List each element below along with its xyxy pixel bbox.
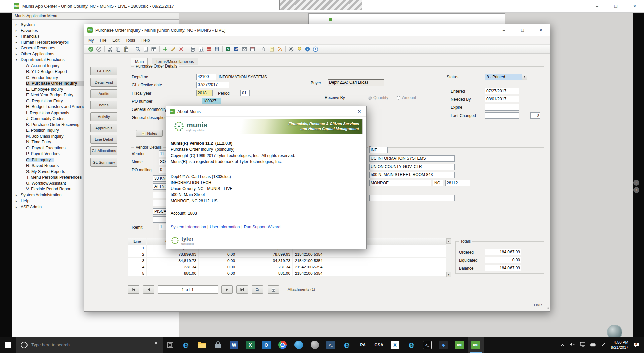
taskbar-word-icon[interactable]: W [226, 337, 242, 353]
help-icon[interactable]: ? [312, 46, 319, 53]
fiscal-year-field[interactable]: 2018 [196, 90, 213, 96]
entered-field[interactable]: 07/27/2017 [485, 88, 519, 94]
taskbar-csa-app-icon[interactable]: CSA [371, 337, 387, 353]
nav-output-button[interactable] [268, 285, 279, 294]
status-dropdown[interactable]: 8 - Printed▾ [485, 74, 527, 80]
system-information-link[interactable]: System Information [171, 225, 206, 229]
about-close-button[interactable]: ✕ [354, 108, 364, 115]
feed-icon[interactable] [276, 46, 283, 53]
taskbar-munis-icon[interactable]: mu [451, 337, 468, 353]
taskbar-search-input[interactable]: Type here to search [16, 337, 163, 353]
menu-file[interactable]: File [97, 38, 109, 43]
cut-icon[interactable] [107, 46, 114, 53]
taskbar-dark-app-icon[interactable]: ◆ [435, 337, 451, 353]
menu-edit[interactable]: Edit [109, 38, 122, 43]
taskbar-chrome-icon[interactable] [274, 337, 290, 353]
taskbar-clock[interactable]: 4:50 PM 8/21/2017 [611, 340, 628, 350]
about-dialog-titlebar[interactable]: mu About Munis ✕ [166, 106, 366, 117]
display-icon[interactable] [580, 342, 585, 348]
dept-loc-field[interactable]: 42100 [196, 74, 216, 80]
close-button[interactable]: ✕ [625, 0, 644, 12]
taskbar-pa-app-icon[interactable]: PA [355, 337, 371, 353]
receive-amount-radio[interactable] [397, 96, 400, 100]
paste-icon[interactable] [123, 46, 130, 53]
tab-main[interactable]: Main [131, 58, 148, 65]
taskbar-munis-active-icon[interactable]: mu [468, 337, 484, 353]
excel-export-icon[interactable]: X [225, 46, 232, 53]
battery-icon[interactable] [590, 342, 596, 348]
ship-zip-field[interactable]: 28112 [445, 180, 470, 186]
maximize-button[interactable]: □ [606, 0, 625, 12]
edge-scroll-left-icon[interactable]: ‹ [633, 180, 639, 186]
add-icon[interactable] [162, 46, 169, 53]
grid-scrollbar[interactable]: ▴▾ [446, 238, 451, 277]
line-detail-button[interactable]: Line Detail [90, 135, 117, 144]
receive-quantity-radio[interactable] [368, 96, 372, 100]
menu-tools[interactable]: Tools [122, 38, 138, 43]
pdf-icon[interactable]: PDF [205, 46, 212, 53]
word-export-icon[interactable]: W [233, 46, 240, 53]
notes-side-button[interactable]: notes [90, 101, 117, 109]
preview-icon[interactable] [197, 46, 204, 53]
approvals-button[interactable]: Approvals [90, 124, 117, 132]
volume-icon[interactable] [570, 342, 575, 348]
resize-grip[interactable] [545, 304, 549, 310]
notes-button[interactable]: Notes [136, 130, 163, 137]
text-notes-icon[interactable] [268, 46, 275, 53]
run-support-wizard-link[interactable]: Run Support Wizard [244, 225, 280, 229]
edge-scroll-right-icon[interactable]: › [633, 187, 639, 193]
delete-icon[interactable] [178, 46, 185, 53]
ship-name-field[interactable]: UC INFORMATION SYSTEMS [369, 155, 455, 162]
ship-state-field[interactable]: NC [433, 180, 443, 186]
table-row[interactable]: 334,819.730.0034,819.7321542100-5354 [128, 258, 446, 264]
gl-allocations-button[interactable]: GL Allocations [90, 146, 117, 155]
taskbar-x-app-icon[interactable]: X [387, 337, 403, 353]
next-record-button[interactable] [221, 285, 233, 294]
buyer-field[interactable]: Dept421A: Carl Lucas [328, 79, 384, 86]
scroll-down-icon[interactable]: ▾ [446, 272, 451, 277]
chevron-down-icon[interactable]: ▾ [522, 74, 527, 80]
audits-button[interactable]: Audits [90, 89, 117, 98]
schedule-icon[interactable] [249, 46, 256, 53]
po-number-field[interactable]: 180027 [202, 98, 221, 104]
menu-help[interactable]: Help [138, 38, 153, 43]
menu-my[interactable]: My [85, 38, 97, 43]
info-icon[interactable]: i [304, 46, 311, 53]
action-center-icon[interactable]: 3 [633, 342, 639, 348]
taskbar-file-explorer-icon[interactable] [194, 337, 210, 353]
taskbar-powershell-icon[interactable]: >_ [323, 337, 339, 353]
nav-search-button[interactable] [252, 285, 263, 294]
taskbar-skype-icon[interactable] [290, 337, 307, 353]
po-close-button[interactable]: ✕ [532, 24, 550, 36]
email-icon[interactable] [241, 46, 248, 53]
po-maximize-button[interactable]: □ [513, 24, 532, 36]
taskbar-command-prompt-icon[interactable]: >_ [419, 337, 435, 353]
ship-code-field[interactable]: INF [369, 147, 388, 153]
table-row[interactable]: 4231.340.00231.3421542100-5354 [128, 264, 446, 270]
accept-icon[interactable] [87, 46, 94, 53]
attach-icon[interactable] [260, 46, 267, 53]
activity-button[interactable]: Activity [90, 112, 117, 121]
previous-record-button[interactable] [143, 285, 154, 294]
taskbar-outlook-icon[interactable]: O [258, 337, 274, 353]
last-changed-count-field[interactable]: 0 [530, 112, 540, 119]
last-changed-field[interactable] [485, 112, 519, 119]
pen-icon[interactable] [601, 342, 606, 348]
minimize-button[interactable]: – [588, 0, 606, 12]
tray-expand-icon[interactable] [560, 342, 565, 348]
cancel-icon[interactable] [95, 46, 102, 53]
table-row[interactable]: 278,899.930.0078,899.9321542100-5354 [128, 251, 446, 258]
browse-icon[interactable] [142, 46, 149, 53]
search-icon[interactable] [134, 46, 141, 53]
update-icon[interactable] [170, 46, 177, 53]
detail-find-button[interactable]: Detail Find [90, 78, 117, 87]
grid-header[interactable]: Line [128, 238, 147, 245]
settings-gear-icon[interactable] [288, 46, 295, 53]
taskbar-internet-explorer-icon[interactable]: e [339, 337, 355, 353]
taskbar-store-icon[interactable] [210, 337, 226, 353]
table-row[interactable]: 5881.000.00881.0021542100-5354 [128, 270, 446, 277]
taskbar-excel-icon[interactable]: X [242, 337, 258, 353]
copy-icon[interactable] [115, 46, 122, 53]
taskbar-internet-explorer2-icon[interactable]: e [403, 337, 419, 353]
user-information-link[interactable]: User Information [210, 225, 240, 229]
